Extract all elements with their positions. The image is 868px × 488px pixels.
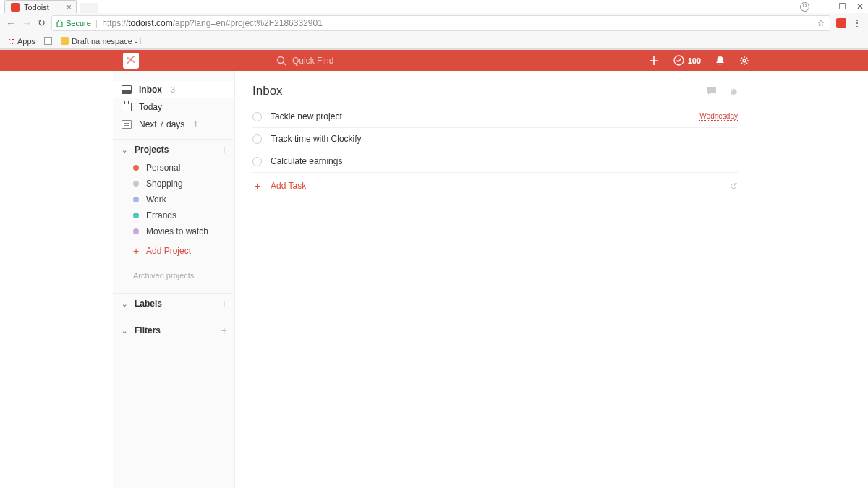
header-actions: 100 [649,55,749,66]
browser-chrome: Todoist × — ☐ ✕ ← → ↻ Secure | https://t… [0,0,868,50]
svg-line-1 [284,62,286,65]
minimize-icon[interactable]: — [820,1,828,12]
settings-button[interactable] [739,56,749,66]
search-input[interactable] [292,56,408,66]
task-checkbox[interactable] [252,112,262,121]
add-project-button[interactable]: + Add Project [113,239,234,261]
task-row[interactable]: Tackle new projectWednesday [252,106,738,128]
browser-tab[interactable]: Todoist × [4,0,77,13]
tab-bar: Todoist × — ☐ ✕ [0,0,868,13]
project-label: Work [146,194,166,205]
account-icon[interactable] [800,2,809,12]
calendar-icon [122,120,132,129]
folder-icon [61,37,69,45]
task-row[interactable]: Calculate earnings [252,150,738,173]
svg-point-0 [278,56,284,63]
add-project-icon[interactable]: + [221,144,227,155]
add-label-icon[interactable]: + [221,298,227,309]
svg-point-3 [743,59,746,62]
karma-count: 100 [688,56,701,65]
section-filters[interactable]: ⌄ Filters + [113,320,234,341]
new-tab-button[interactable] [80,3,98,13]
task-title: Calculate earnings [271,156,342,166]
project-label: Personal [146,163,180,173]
project-item[interactable]: Work [113,192,234,207]
section-projects[interactable]: ⌄ Projects + [113,139,234,160]
nav-inbox[interactable]: Inbox 3 [113,81,234,98]
project-color-dot [133,213,139,218]
plus-icon: + [252,180,262,192]
app-header: 100 [0,50,868,71]
task-row[interactable]: Track time with Clockify [252,128,738,150]
add-project-label: Add Project [146,246,191,256]
bookmark-draft[interactable]: Draft namespace - l [61,37,141,46]
task-checkbox[interactable] [252,134,262,144]
task-checkbox[interactable] [252,157,262,166]
close-tab-icon[interactable]: × [66,1,72,12]
notifications-button[interactable] [715,56,725,66]
comments-icon[interactable] [707,86,717,97]
history-icon[interactable]: ↺ [730,181,738,192]
nav-today-label: Today [139,102,162,112]
main-header: Inbox ⋇ [252,84,738,98]
karma-icon [673,55,684,66]
section-labels[interactable]: ⌄ Labels + [113,293,234,314]
tab-title: Todoist [24,3,49,12]
section-labels-label: Labels [135,299,162,309]
inbox-icon [122,85,132,94]
search-icon [276,56,286,66]
browser-menu-icon[interactable]: ⋮ [852,17,862,29]
project-color-dot [133,181,139,187]
window-controls: — ☐ ✕ [800,1,864,12]
bookmark-page[interactable] [44,37,52,45]
secure-badge: Secure [56,19,91,27]
nav-next7[interactable]: Next 7 days 1 [113,116,234,133]
quick-add-button[interactable] [649,56,659,66]
back-button[interactable]: ← [6,17,16,29]
share-icon[interactable]: ⋇ [730,86,738,97]
sidebar: Inbox 3 Today Next 7 days 1 ⌄ Projects +… [113,71,235,488]
maximize-icon[interactable]: ☐ [838,1,846,12]
url-input[interactable]: Secure | https://todoist.com/app?lang=en… [51,15,830,31]
forward-button[interactable]: → [22,17,32,29]
task-title: Track time with Clockify [271,134,362,144]
project-list: PersonalShoppingWorkErrandsMovies to wat… [113,160,234,239]
task-due-date[interactable]: Wednesday [699,112,738,121]
search-wrap [276,56,408,66]
project-item[interactable]: Movies to watch [113,223,234,239]
add-task-button[interactable]: + Add Task ↺ [252,173,738,199]
nav-next7-count: 1 [193,120,197,129]
page-icon [44,37,52,45]
bookmark-star-icon[interactable]: ☆ [817,17,825,28]
project-item[interactable]: Shopping [113,176,234,192]
project-label: Shopping [146,179,183,189]
extension-icon[interactable] [836,18,846,28]
task-list: Tackle new projectWednesdayTrack time wi… [252,106,738,173]
close-window-icon[interactable]: ✕ [856,1,864,12]
page-title: Inbox [252,84,283,98]
reload-button[interactable]: ↻ [38,17,46,28]
today-icon [122,103,132,111]
nav-today[interactable]: Today [113,98,234,116]
karma-counter[interactable]: 100 [673,55,701,66]
apps-bookmark[interactable]: Apps [7,37,35,46]
project-item[interactable]: Errands [113,207,234,223]
url-text: https://todoist.com/app?lang=en#project%… [102,18,323,28]
section-projects-label: Projects [135,145,169,155]
chevron-right-icon: ⌄ [122,300,130,308]
chevron-down-icon: ⌄ [122,146,130,154]
main-panel: Inbox ⋇ Tackle new projectWednesdayTrack… [235,71,755,488]
apps-grid-icon [7,38,14,45]
todoist-logo[interactable] [123,53,139,69]
svg-point-2 [674,56,684,65]
address-bar: ← → ↻ Secure | https://todoist.com/app?l… [0,13,868,33]
project-label: Movies to watch [146,226,208,236]
nav-inbox-count: 3 [171,85,175,94]
project-color-dot [133,197,139,202]
add-filter-icon[interactable]: + [221,325,227,336]
archived-projects[interactable]: Archived projects [113,261,234,287]
project-label: Errands [146,210,176,221]
tab-favicon [11,3,20,12]
plus-icon: + [133,245,139,257]
project-item[interactable]: Personal [113,160,234,176]
